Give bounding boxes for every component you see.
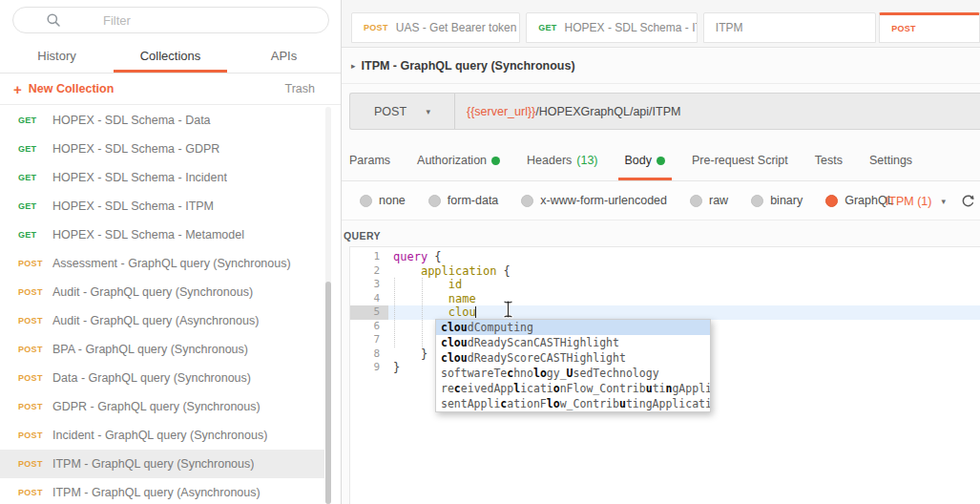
line-number: 2	[350, 264, 388, 279]
code-line-1[interactable]: 1query {	[350, 250, 980, 264]
radio-icon	[521, 195, 533, 207]
body-type-x-www-form-urlencoded[interactable]: x-www-form-urlencoded	[521, 194, 667, 207]
sidebar-scrollbar-thumb[interactable]	[325, 282, 331, 504]
graphql-schema-select[interactable]: ITPM (1) ▾	[886, 195, 946, 208]
filter-box[interactable]	[12, 7, 329, 33]
code-text: query {	[388, 250, 980, 264]
tab-label: Authorization	[417, 154, 487, 167]
method-badge: GET	[18, 201, 52, 211]
sidebar-tab-apis[interactable]: APIs	[227, 42, 341, 73]
collection-request-item[interactable]: POSTITPM - GraphQL query (Synchronous)	[0, 450, 324, 478]
method-badge: GET	[18, 173, 52, 182]
collection-actions: + New Collection Trash	[0, 74, 341, 105]
tab-title: UAS - Get Bearer token	[396, 21, 517, 34]
request-name: HOPEX - SDL Schema - Metamodel	[52, 228, 244, 242]
body-type-binary[interactable]: binary	[751, 194, 803, 207]
chevron-down-icon: ▾	[426, 107, 430, 116]
sidebar-tab-history[interactable]: History	[0, 42, 114, 73]
line-number: 3	[350, 278, 388, 292]
body-type-raw[interactable]: raw	[690, 194, 728, 207]
collection-request-item[interactable]: GETHOPEX - SDL Schema - GDPR	[0, 135, 324, 163]
tab-headers[interactable]: Headers(13)	[527, 154, 597, 180]
tab-authorization[interactable]: Authorization	[417, 154, 500, 180]
line-number: 6	[350, 320, 388, 334]
collection-request-item[interactable]: POSTGDPR - GraphQL query (Synchronous)	[0, 392, 324, 421]
method-select[interactable]: POST ▾	[350, 94, 455, 129]
collection-request-item[interactable]: POSTAudit - GraphQL query (Synchronous)	[0, 278, 324, 306]
autocomplete-item[interactable]: receivedApplicationFlow_ContributingAppl…	[436, 381, 710, 396]
radio-icon	[428, 195, 441, 207]
request-name: Incident - GraphQL query (Synchronous)	[52, 429, 267, 442]
sidebar-tab-collections[interactable]: Collections	[114, 42, 227, 73]
body-type-none[interactable]: none	[360, 194, 406, 207]
request-name: HOPEX - SDL Schema - GDPR	[52, 142, 219, 156]
collapse-arrow-icon[interactable]: ▸	[351, 61, 356, 71]
code-line-5[interactable]: 5 clou	[350, 305, 980, 320]
body-type-graphql[interactable]: GraphQL	[825, 194, 893, 207]
trash-button[interactable]: Trash	[285, 82, 316, 95]
collection-request-item[interactable]: POSTBPA - GraphQL query (Synchronous)	[0, 335, 324, 364]
collection-request-item[interactable]: GETHOPEX - SDL Schema - Data	[0, 106, 324, 135]
autocomplete-item[interactable]: cloudReadyScanCASTHighlight	[436, 335, 710, 350]
indent-guide	[422, 278, 423, 347]
new-collection-button[interactable]: + New Collection	[13, 82, 114, 96]
collection-list: GETHOPEX - SDL Schema - DataGETHOPEX - S…	[0, 106, 324, 504]
search-icon	[46, 12, 61, 28]
tab-method-badge: GET	[538, 23, 556, 32]
status-dot	[657, 157, 665, 165]
method-badge: POST	[18, 316, 52, 326]
code-line-4[interactable]: 4 name	[350, 292, 980, 306]
body-type-label: none	[379, 194, 406, 207]
refresh-schema-button[interactable]	[961, 194, 975, 208]
refresh-icon	[961, 194, 975, 208]
request-tabs: ParamsAuthorizationHeaders(13)BodyPre-re…	[342, 131, 980, 181]
open-tab-2[interactable]: GETHOPEX - SDL Schema - ITPM	[526, 12, 698, 43]
collection-request-item[interactable]: GETHOPEX - SDL Schema - ITPM	[0, 192, 324, 220]
open-tab-3[interactable]: ITPM	[703, 12, 876, 43]
autocomplete-item[interactable]: cloudReadyScoreCASTHighlight	[436, 350, 710, 366]
tab-body[interactable]: Body	[625, 154, 666, 180]
code-text: application {	[388, 264, 980, 279]
request-name: HOPEX - SDL Schema - Data	[52, 114, 211, 127]
code-text: id	[388, 278, 980, 292]
tab-params[interactable]: Params	[349, 154, 390, 180]
chevron-down-icon: ▾	[941, 197, 946, 206]
collection-request-item[interactable]: GETHOPEX - SDL Schema - Metamodel	[0, 220, 324, 249]
collection-request-item[interactable]: GETHOPEX - SDL Schema - Incident	[0, 163, 324, 192]
autocomplete-item[interactable]: cloudComputing	[436, 320, 710, 335]
status-dot	[491, 157, 500, 165]
method-badge: POST	[18, 287, 52, 297]
request-name: GDPR - GraphQL query (Synchronous)	[52, 400, 261, 413]
plus-icon: +	[13, 82, 22, 96]
search-input[interactable]	[103, 13, 294, 28]
method-badge: POST	[18, 402, 52, 411]
tab-method-badge: POST	[364, 23, 388, 32]
body-type-label: x-www-form-urlencoded	[540, 194, 667, 207]
method-label: POST	[374, 105, 407, 118]
body-type-label: binary	[770, 194, 803, 207]
tab-tests[interactable]: Tests	[815, 154, 843, 180]
schema-select-label: ITPM (1)	[886, 195, 932, 208]
request-name: Audit - GraphQL query (Synchronous)	[52, 285, 253, 299]
autocomplete-item[interactable]: sentApplicationFlow_ContributingApplicat…	[436, 396, 710, 411]
method-badge: POST	[18, 373, 52, 383]
tab-settings[interactable]: Settings	[869, 154, 912, 180]
tab-pre-request-script[interactable]: Pre-request Script	[692, 154, 788, 180]
radio-icon	[360, 195, 372, 207]
open-tab-1[interactable]: POSTUAS - Get Bearer token	[351, 12, 520, 43]
body-type-label: form-data	[448, 194, 499, 207]
url-input[interactable]: {{server_url}}/HOPEXGraphQL/api/ITPM	[455, 94, 980, 129]
text-caret	[475, 306, 477, 318]
open-tab-4[interactable]: POST	[879, 12, 980, 43]
code-line-2[interactable]: 2 application {	[350, 264, 980, 279]
autocomplete-item[interactable]: softwareTechnology_UsedTechnology	[436, 366, 710, 381]
body-type-form-data[interactable]: form-data	[428, 194, 499, 207]
collection-request-item[interactable]: POSTAudit - GraphQL query (Asynchronous)	[0, 306, 324, 335]
postman-app: HistoryCollectionsAPIs + New Collection …	[0, 0, 980, 504]
collection-request-item[interactable]: POSTAssessment - GraphQL query (Synchron…	[0, 249, 324, 278]
line-number: 1	[350, 250, 388, 264]
collection-request-item[interactable]: POSTData - GraphQL query (Synchronous)	[0, 364, 324, 392]
collection-request-item[interactable]: POSTIncident - GraphQL query (Synchronou…	[0, 421, 324, 450]
code-line-3[interactable]: 3 id	[350, 278, 980, 292]
collection-request-item[interactable]: POSTITPM - GraphQL query (Asynchronous)	[0, 478, 324, 504]
